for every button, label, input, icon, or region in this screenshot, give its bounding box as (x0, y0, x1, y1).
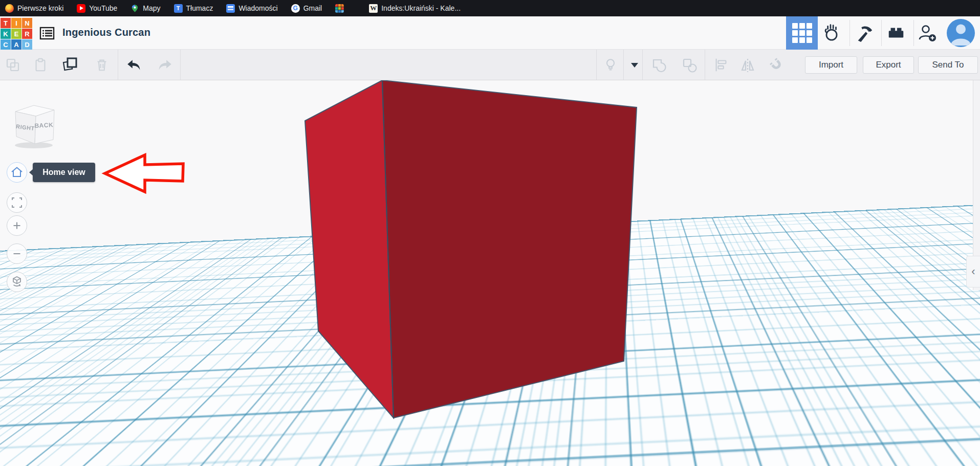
trash-icon (94, 57, 110, 73)
edit-toolbar: Import Export Send To (0, 50, 980, 80)
bookmark-mapy[interactable]: Mapy (130, 4, 160, 13)
viewcube-right-face-label: BACK (34, 121, 53, 129)
ungroup-button[interactable] (681, 56, 698, 74)
bookmark-label: Mapy (143, 4, 160, 12)
lightbulb-icon (603, 57, 618, 73)
tinkercad-logo[interactable]: T I N K E R C A D (1, 18, 34, 50)
minecraft-export-button[interactable] (854, 23, 875, 44)
toolbar-separator (118, 50, 118, 80)
undo-button[interactable] (125, 56, 142, 74)
snap-grid-label: Snap Grid (879, 450, 911, 458)
tinkercad-editor: { "browser": { "bookmarks": [ { "label":… (0, 0, 980, 466)
bookmark-pierwsze-kroki[interactable]: Pierwsze kroki (5, 4, 63, 13)
redo-icon (158, 57, 173, 73)
duplicate-icon (60, 55, 80, 75)
bookmark-gmail[interactable]: G Gmail (291, 4, 322, 13)
toolbar-separator (623, 50, 624, 80)
copy-icon (5, 57, 20, 73)
bookmark-youtube[interactable]: YouTube (77, 4, 117, 13)
group-icon (650, 57, 667, 73)
copy-button[interactable] (4, 56, 21, 74)
red-annotation-arrow (100, 151, 188, 197)
toolbar-separator (596, 50, 597, 80)
import-button[interactable]: Import (805, 56, 857, 74)
pickaxe-icon (855, 24, 874, 43)
paste-button[interactable] (32, 56, 49, 74)
fit-view-button[interactable] (7, 192, 27, 213)
bookmark-label: Pierwsze kroki (17, 4, 63, 12)
zoom-out-button[interactable] (7, 243, 27, 264)
translate-favicon: T (174, 4, 183, 13)
caret-up-icon (967, 453, 972, 456)
panel-expand-handle[interactable]: ‹ (966, 256, 980, 287)
header-separator (881, 20, 882, 46)
zoom-in-button[interactable] (7, 215, 27, 236)
home-view-button[interactable] (7, 162, 27, 183)
perspective-toggle-button[interactable] (7, 272, 27, 292)
design-viewport[interactable]: RIGHT BACK Home view ‹ (0, 80, 980, 466)
toolbar-separator (705, 50, 705, 80)
logo-tile: K (1, 29, 11, 39)
logo-tile: T (1, 18, 11, 28)
home-view-tooltip: Home view (33, 163, 95, 182)
ungroup-icon (681, 57, 698, 73)
bookmark-label: Gmail (303, 4, 322, 12)
brick-export-button[interactable] (885, 23, 907, 44)
bookmark-label: Tłumacz (186, 4, 213, 12)
logo-tile: E (11, 29, 21, 39)
design-title: Ingenious Curcan (62, 27, 150, 38)
grid-settings-button[interactable]: Settings (906, 426, 978, 440)
snap-grid-select[interactable]: 1.0 mm (917, 447, 978, 461)
align-button[interactable] (712, 56, 730, 74)
add-person-icon (918, 23, 938, 43)
invite-people-button[interactable] (917, 23, 939, 44)
duplicate-button[interactable] (60, 56, 80, 74)
group-button[interactable] (650, 56, 667, 74)
plus-icon (10, 219, 24, 232)
home-icon (10, 166, 24, 179)
view-cube[interactable]: RIGHT BACK (9, 99, 60, 150)
gmail-favicon: G (291, 4, 300, 13)
perspective-box-icon (10, 275, 24, 289)
mirror-icon (739, 57, 756, 73)
fit-view-icon (10, 195, 24, 210)
mirror-button[interactable] (739, 56, 756, 74)
news-favicon (226, 4, 235, 13)
hand-icon (822, 24, 841, 43)
lighting-button[interactable] (602, 56, 619, 74)
undo-icon (126, 57, 141, 73)
bookmark-tlumacz[interactable]: T Tłumacz (174, 4, 213, 13)
redo-button[interactable] (157, 56, 174, 74)
paste-icon (33, 57, 48, 73)
export-button[interactable]: Export (863, 56, 914, 74)
red-box-object[interactable] (0, 80, 716, 466)
bookmark-label: Indeks:Ukraiński - Kale... (381, 4, 461, 12)
logo-tile: I (11, 18, 21, 28)
view-options-dropdown[interactable] (628, 56, 641, 74)
delete-button[interactable] (93, 56, 111, 74)
chevron-left-icon: ‹ (971, 265, 975, 278)
design-menu-button[interactable] (39, 25, 55, 41)
wikipedia-favicon: W (369, 4, 378, 13)
user-avatar[interactable] (947, 19, 975, 47)
toolbar-separator (180, 50, 181, 80)
header-separator (913, 20, 914, 46)
magnet-icon (768, 56, 785, 74)
logo-tile: R (22, 29, 32, 39)
lego-brick-icon (886, 24, 906, 43)
shapes-panel-button[interactable] (786, 16, 818, 50)
snap-grid-row: Snap Grid 1.0 mm (879, 447, 978, 461)
logo-tile: N (22, 18, 32, 28)
bookmark-label: YouTube (89, 4, 117, 12)
workplane-magnet-button[interactable] (768, 56, 785, 74)
bookmark-wiadomosci[interactable]: Wiadomości (226, 4, 277, 13)
minus-icon (10, 247, 24, 260)
logo-tile: D (22, 39, 32, 50)
tinker-hand-button[interactable] (821, 23, 842, 44)
avatar-icon (947, 19, 975, 47)
send-to-button[interactable]: Send To (918, 56, 978, 74)
bookmark-indeks-ukrainski[interactable]: W Indeks:Ukraiński - Kale... (369, 4, 461, 13)
logo-tile: A (11, 39, 21, 50)
bookmark-tinkercad[interactable] (335, 4, 347, 13)
caret-down-icon (631, 63, 638, 68)
